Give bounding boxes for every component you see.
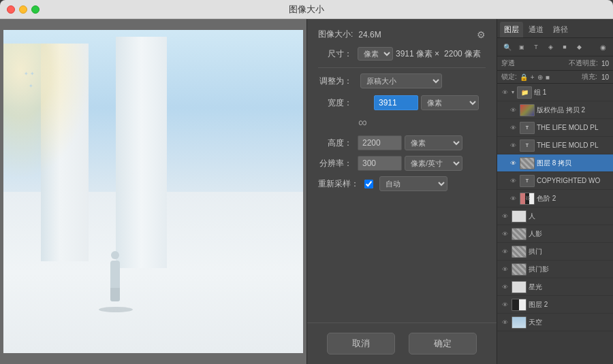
width-unit-select[interactable]: 像素 厘米 英寸 (421, 95, 479, 110)
image-size-label: 图像大小: (318, 29, 353, 40)
layer-item[interactable]: 👁 人 (497, 208, 613, 225)
layer-item[interactable]: 👁 ▾ 📁 组 1 (497, 84, 613, 101)
canvas-image: ✦ ✦ ✦ (3, 30, 303, 353)
opacity-value: 10 (601, 60, 609, 67)
resample-select[interactable]: 自动 保留细节 两次立方 (379, 176, 447, 191)
layers-tabs: 图层 通道 路径 (497, 19, 613, 38)
lock-icon-1[interactable]: 🔒 (520, 73, 528, 81)
adjust-select[interactable]: 原稿大小 自定 (360, 73, 442, 88)
color-filter-icon[interactable]: ■ (559, 41, 571, 53)
tab-layers[interactable]: 图层 (500, 22, 523, 37)
layer-thumb (520, 157, 535, 169)
resolution-row: 分辨率： 像素/英寸 像素/厘米 (318, 156, 486, 171)
layer-name: 色阶 2 (537, 194, 610, 203)
tab-paths[interactable]: 路径 (549, 22, 572, 37)
tab-channels[interactable]: 通道 (524, 22, 548, 37)
resample-checkbox[interactable] (364, 180, 373, 188)
eye-icon[interactable]: 👁 (500, 212, 509, 221)
layer-item[interactable]: 👁 图层 8 拷贝 (497, 154, 613, 172)
layer-thumb (512, 316, 526, 329)
layer-thumb (512, 281, 526, 293)
width-row: 宽度： ⛓ 像素 厘米 英寸 (318, 95, 486, 110)
eye-icon[interactable]: 👁 (500, 318, 509, 327)
figure-body (110, 261, 120, 288)
snowflakes: ✦ ✦ ✦ (24, 71, 35, 89)
layer-item[interactable]: 👁 人影 (497, 225, 613, 243)
eye-icon[interactable]: 👁 (500, 88, 509, 97)
layer-name: THE LIFE MOLD PL (537, 142, 610, 149)
canvas-area: ✦ ✦ ✦ (0, 19, 306, 364)
titlebar: 图像大小 (0, 0, 613, 19)
search-icon[interactable]: 🔍 (501, 41, 514, 53)
dimension-x: × (435, 49, 439, 59)
layer-item[interactable]: 👁 图层 2 (497, 296, 613, 314)
eye-icon[interactable]: 👁 (508, 141, 518, 150)
layer-thumb: T (520, 139, 535, 152)
width-input[interactable] (374, 95, 418, 110)
adjustment-filter-icon[interactable]: ◈ (544, 41, 556, 53)
ok-button[interactable]: 确定 (409, 333, 477, 354)
toggle-filter-icon[interactable]: ◉ (597, 41, 609, 53)
eye-icon[interactable]: 👁 (508, 194, 518, 203)
layer-item[interactable]: 👁 T THE LIFE MOLD PL (497, 137, 613, 154)
height-label: 高度： (318, 137, 352, 149)
dimension-unit-select[interactable]: 像素 厘米 英寸 (358, 47, 393, 61)
layer-name: 组 1 (534, 88, 610, 97)
layer-type-icon[interactable]: ▣ (516, 41, 528, 53)
eye-icon[interactable]: 👁 (500, 247, 509, 257)
layer-name: 图层 8 拷贝 (537, 159, 610, 168)
eye-icon[interactable]: 👁 (500, 229, 509, 239)
eye-icon[interactable]: 👁 (508, 123, 518, 133)
lock-icon-4[interactable]: ■ (546, 73, 550, 81)
layer-item[interactable]: 👁 T THE LIFE MOLD PL (497, 119, 613, 137)
lock-icon-2[interactable]: + (531, 73, 535, 81)
gear-icon[interactable]: ⚙ (477, 29, 486, 40)
adjust-row: 调整为： 原稿大小 自定 (318, 73, 486, 88)
minimize-button[interactable] (19, 5, 27, 14)
layers-filter-row: 穿透 不透明度: 10 (497, 56, 613, 71)
chain-link-icon[interactable]: ∞ (358, 116, 367, 130)
layers-panel: 图层 通道 路径 🔍 ▣ T ◈ ■ ◆ ◉ 穿透 不透明度: 10 锁定: 🔒… (497, 19, 613, 364)
resolution-unit-select[interactable]: 像素/英寸 像素/厘米 (405, 156, 462, 171)
layer-thumb (512, 210, 526, 222)
height-unit-select[interactable]: 像素 厘米 英寸 (405, 135, 462, 150)
height-input[interactable] (358, 135, 402, 150)
layer-thumb: ⛓ (520, 193, 535, 205)
maximize-button[interactable] (31, 5, 40, 14)
layer-name-copyrighted: COPYRIGHTED WO (537, 177, 610, 184)
layers-toolbar: 🔍 ▣ T ◈ ■ ◆ ◉ (497, 38, 613, 56)
eye-icon[interactable]: 👁 (508, 105, 518, 115)
layer-thumb: T (520, 122, 535, 134)
filter-type-label: 穿透 (501, 59, 515, 68)
resolution-input[interactable] (358, 156, 402, 171)
width-label: 宽度： (318, 97, 352, 109)
layer-name: THE LIFE MOLD PL (537, 124, 610, 131)
layer-item[interactable]: 👁 天空 (497, 314, 613, 331)
eye-icon[interactable]: 👁 (508, 159, 518, 168)
cancel-button[interactable]: 取消 (327, 333, 395, 354)
layer-name: 图层 2 (529, 300, 610, 310)
layer-item[interactable]: 👁 星光 (497, 278, 613, 296)
layer-name: 星光 (529, 282, 610, 292)
layer-thumb (512, 299, 526, 311)
layer-thumb (520, 104, 535, 116)
image-size-value: 24.6M (358, 30, 381, 39)
layer-item[interactable]: 👁 T COPYRIGHTED WO (497, 172, 613, 190)
figure-shadow (99, 307, 133, 312)
eye-icon[interactable]: 👁 (508, 176, 518, 186)
layer-thumb (512, 228, 526, 240)
smart-filter-icon[interactable]: ◆ (573, 41, 585, 53)
pillar-center (116, 37, 167, 268)
layer-thumb: 📁 (517, 86, 532, 99)
eye-icon[interactable]: 👁 (500, 282, 509, 292)
text-filter-icon[interactable]: T (530, 41, 542, 53)
eye-icon[interactable]: 👁 (500, 265, 509, 274)
lock-icon-3[interactable]: ⊕ (537, 73, 543, 81)
layer-item[interactable]: 👁 版权作品 拷贝 2 (497, 101, 613, 119)
layer-item[interactable]: 👁 拱门 (497, 243, 613, 261)
layer-item[interactable]: 👁 拱门影 (497, 261, 613, 278)
close-button[interactable] (7, 5, 15, 14)
window-title: 图像大小 (289, 3, 324, 16)
eye-icon[interactable]: 👁 (500, 300, 509, 310)
layer-item[interactable]: 👁 ⛓ 色阶 2 (497, 190, 613, 208)
